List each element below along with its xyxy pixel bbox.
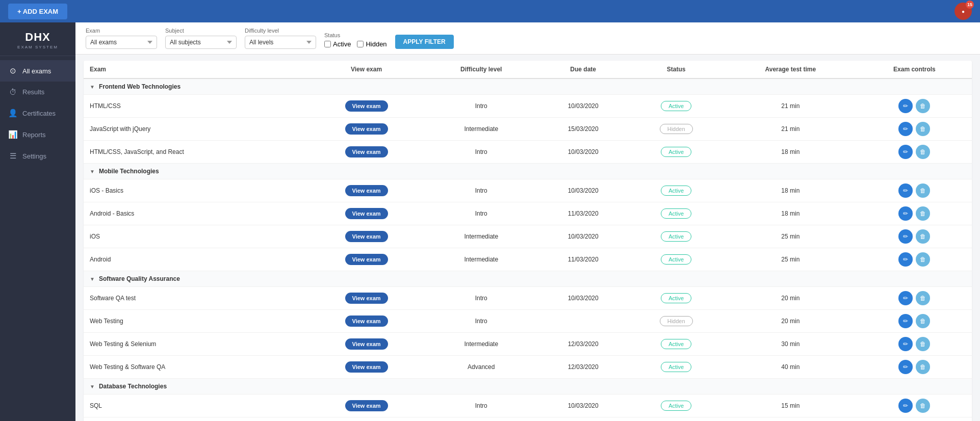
add-exam-button[interactable]: + ADD EXAM	[8, 4, 67, 19]
col-view-exam: View exam	[308, 61, 425, 78]
filter-exam-select[interactable]: All exams	[86, 36, 157, 49]
status-badge: Hidden	[660, 124, 693, 134]
control-buttons: ✏ 🗑	[863, 291, 966, 305]
filter-active-checkbox[interactable]: Active	[324, 40, 351, 48]
control-buttons: ✏ 🗑	[863, 145, 966, 159]
edit-button[interactable]: ✏	[898, 314, 913, 328]
edit-button[interactable]: ✏	[898, 291, 913, 305]
filter-hidden-checkbox[interactable]: Hidden	[357, 40, 386, 48]
cell-exam-name: iOS	[84, 225, 308, 248]
delete-button[interactable]: 🗑	[916, 399, 930, 413]
table-row: iOS View exam Intermediate 10/03/2020 Ac…	[84, 225, 972, 248]
edit-button[interactable]: ✏	[898, 99, 913, 113]
edit-button[interactable]: ✏	[898, 399, 913, 413]
table-row: Software QA test View exam Intro 10/03/2…	[84, 287, 972, 310]
cell-controls: ✏ 🗑	[857, 202, 972, 225]
sidebar-item-all-exams[interactable]: ⊙ All exams	[0, 60, 75, 82]
edit-button[interactable]: ✏	[898, 252, 913, 267]
avatar[interactable]: ● 15	[955, 3, 972, 20]
control-buttons: ✏ 🗑	[863, 99, 966, 113]
edit-button[interactable]: ✏	[898, 183, 913, 198]
view-exam-button[interactable]: View exam	[345, 146, 388, 157]
cell-due-date	[538, 310, 628, 333]
view-exam-button[interactable]: View exam	[345, 123, 388, 135]
delete-button[interactable]: 🗑	[916, 99, 930, 113]
edit-button[interactable]: ✏	[898, 206, 913, 221]
view-exam-button[interactable]: View exam	[345, 100, 388, 112]
cell-due-date: 10/03/2020	[538, 287, 628, 310]
view-exam-button[interactable]: View exam	[345, 293, 388, 304]
cell-controls: ✏ 🗑	[857, 394, 972, 417]
delete-button[interactable]: 🗑	[916, 183, 930, 198]
sidebar-item-label: All exams	[22, 67, 51, 75]
cell-status: Active	[628, 333, 724, 356]
cell-avg-time: 20 min	[724, 310, 857, 333]
filter-exam-group: Exam All exams	[86, 28, 157, 49]
sidebar-item-results[interactable]: ⏱ Results	[0, 82, 75, 102]
category-name: Software Quality Assurance	[99, 275, 180, 282]
cell-exam-name: JavaScript with jQuery	[84, 118, 308, 141]
cell-controls: ✏ 🗑	[857, 310, 972, 333]
cell-difficulty: Intermediate	[425, 333, 538, 356]
delete-button[interactable]: 🗑	[916, 229, 930, 244]
category-cell: ▼ Database Technologies	[84, 379, 972, 394]
cell-difficulty: Intro	[425, 287, 538, 310]
category-toggle[interactable]: ▼ Mobile Technologies	[90, 168, 966, 175]
cell-view-exam: View exam	[308, 225, 425, 248]
cell-avg-time: 18 min	[724, 202, 857, 225]
edit-button[interactable]: ✏	[898, 145, 913, 159]
apply-filter-button[interactable]: APPLY FILTER	[395, 35, 454, 49]
status-badge: Active	[661, 254, 691, 265]
category-toggle[interactable]: ▼ Software Quality Assurance	[90, 275, 966, 282]
view-exam-button[interactable]: View exam	[345, 315, 388, 327]
category-toggle[interactable]: ▼ Database Technologies	[90, 383, 966, 390]
delete-button[interactable]: 🗑	[916, 314, 930, 328]
delete-button[interactable]: 🗑	[916, 122, 930, 136]
sidebar-item-settings[interactable]: ☰ Settings	[0, 145, 75, 167]
cell-exam-name: HTML/CSS, JavaScript, and React	[84, 141, 308, 164]
view-exam-button[interactable]: View exam	[345, 361, 388, 373]
certificates-icon: 👤	[8, 109, 17, 118]
cell-status: Active	[628, 394, 724, 417]
edit-button[interactable]: ✏	[898, 337, 913, 351]
cell-due-date: 11/03/2020	[538, 202, 628, 225]
delete-button[interactable]: 🗑	[916, 145, 930, 159]
delete-button[interactable]: 🗑	[916, 206, 930, 221]
delete-button[interactable]: 🗑	[916, 337, 930, 351]
category-cell: ▼ Software Quality Assurance	[84, 271, 972, 287]
cell-controls: ✏ 🗑	[857, 141, 972, 164]
cell-controls: ✏ 🗑	[857, 287, 972, 310]
control-buttons: ✏ 🗑	[863, 399, 966, 413]
sidebar-item-reports[interactable]: 📊 Reports	[0, 124, 75, 145]
results-icon: ⏱	[8, 88, 17, 96]
edit-button[interactable]: ✏	[898, 229, 913, 244]
delete-button[interactable]: 🗑	[916, 360, 930, 374]
cell-controls: ✏ 🗑	[857, 95, 972, 118]
all-exams-icon: ⊙	[8, 66, 17, 75]
cell-due-date: 10/03/2020	[538, 95, 628, 118]
view-exam-button[interactable]: View exam	[345, 231, 388, 242]
filter-status-group: Status Active Hidden	[324, 32, 387, 49]
filter-subject-select[interactable]: All subjects	[165, 36, 237, 49]
view-exam-button[interactable]: View exam	[345, 185, 388, 196]
view-exam-button[interactable]: View exam	[345, 254, 388, 265]
active-checkbox-input[interactable]	[324, 41, 331, 47]
cell-status: Hidden	[628, 310, 724, 333]
sidebar-item-certificates[interactable]: 👤 Certificates	[0, 102, 75, 124]
filter-difficulty-select[interactable]: All levels	[245, 36, 316, 49]
edit-button[interactable]: ✏	[898, 360, 913, 374]
hidden-checkbox-input[interactable]	[357, 41, 364, 47]
main-layout: DHX EXAM SYSTEM ⊙ All exams ⏱ Results 👤 …	[0, 22, 980, 421]
view-exam-button[interactable]: View exam	[345, 400, 388, 411]
view-exam-button[interactable]: View exam	[345, 208, 388, 219]
view-exam-button[interactable]: View exam	[345, 338, 388, 350]
cell-due-date: 11/03/2020	[538, 248, 628, 271]
control-buttons: ✏ 🗑	[863, 183, 966, 198]
delete-button[interactable]: 🗑	[916, 291, 930, 305]
category-toggle[interactable]: ▼ Frontend Web Technologies	[90, 83, 966, 90]
delete-button[interactable]: 🗑	[916, 252, 930, 267]
edit-button[interactable]: ✏	[898, 122, 913, 136]
chevron-down-icon: ▼	[90, 169, 95, 174]
cell-view-exam: View exam	[308, 394, 425, 417]
cell-due-date: 10/03/2020	[538, 394, 628, 417]
